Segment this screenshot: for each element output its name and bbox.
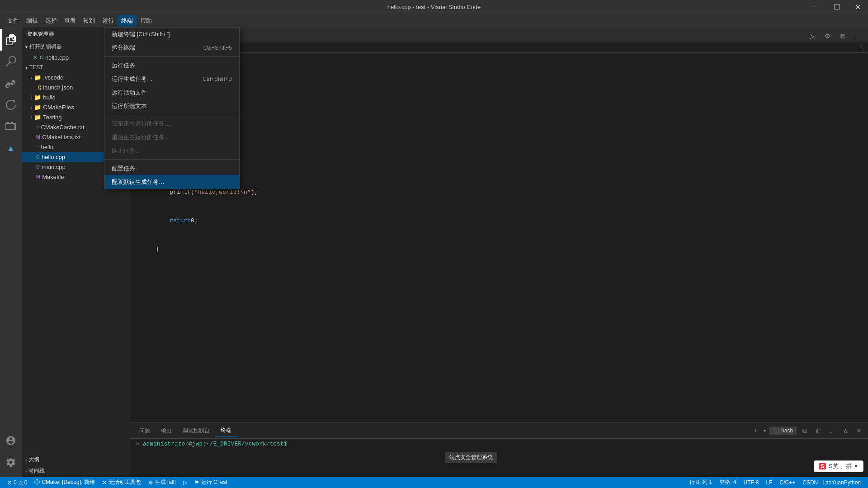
menu-run-build-task[interactable]: 运行生成任务… Ctrl+Shift+B [104,72,239,86]
menu-terminate-task: 终止任务… [104,144,239,158]
menu-show-running-tasks: 显示正在运行的任务… [104,117,239,131]
run-build-task-shortcut: Ctrl+Shift+B [203,76,232,82]
menu-configure-default-build-task[interactable]: 配置默认生成任务… [104,175,239,189]
restart-running-tasks-label: 重启正在运行的任务… [112,133,170,141]
menu-split-terminal[interactable]: 拆分终端 Ctrl+Shift+5 [104,41,239,55]
terminate-task-label: 终止任务… [112,147,141,155]
configure-tasks-label: 配置任务… [112,164,141,173]
dropdown-menu: 新建终端 [Ctrl+Shift+`] 拆分终端 Ctrl+Shift+5 运行… [104,27,240,189]
ime-logo: S [819,463,826,469]
menu-restart-running-tasks: 重启正在运行的任务… [104,131,239,144]
new-terminal-label: 新建终端 [Ctrl+Shift+`] [112,30,170,38]
menu-new-terminal[interactable]: 新建终端 [Ctrl+Shift+`] [104,28,239,41]
menu-configure-tasks[interactable]: 配置任务… [104,162,239,175]
split-terminal-label: 拆分终端 [112,44,135,52]
run-selected-text-label: 运行所选文本 [112,102,147,110]
divider-3 [104,160,239,160]
run-build-task-label: 运行生成任务… [112,75,153,83]
dropdown-overlay[interactable]: 新建终端 [Ctrl+Shift+`] 拆分终端 Ctrl+Shift+5 运行… [0,0,868,488]
split-terminal-shortcut: Ctrl+Shift+5 [203,45,232,51]
ime-badge[interactable]: S S英 、拼 ✦ [814,460,863,472]
run-active-file-label: 运行活动文件 [112,89,147,97]
run-task-label: 运行任务… [112,61,141,70]
divider-1 [104,56,239,57]
menu-run-selected-text[interactable]: 运行所选文本 [104,99,239,113]
configure-default-build-task-label: 配置默认生成任务… [112,178,165,186]
show-running-tasks-label: 显示正在运行的任务… [112,120,170,128]
divider-2 [104,115,239,115]
menu-run-task[interactable]: 运行任务… [104,59,239,72]
menu-run-active-file[interactable]: 运行活动文件 [104,86,239,99]
ime-text: S英 、拼 ✦ [829,462,859,470]
